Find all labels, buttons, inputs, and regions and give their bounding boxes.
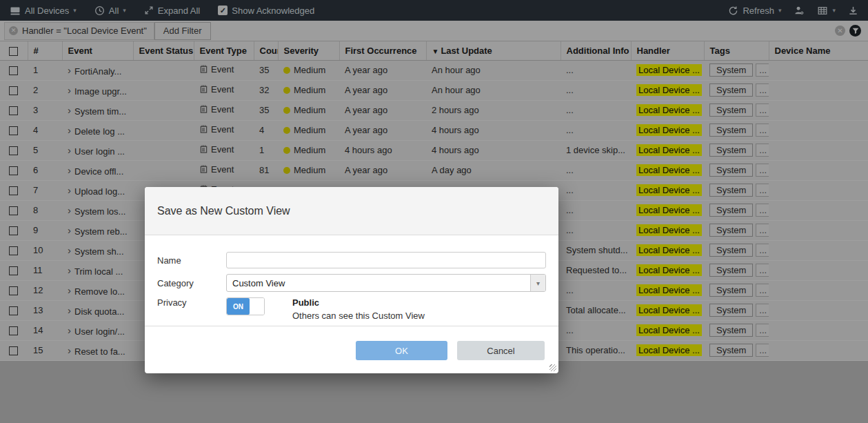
caret-down-icon[interactable]: ▾ xyxy=(530,275,545,291)
privacy-label: Privacy xyxy=(157,297,226,308)
dialog-title: Save as New Custom View xyxy=(157,205,290,217)
privacy-mode-description: Others can see this Custom View xyxy=(292,311,425,321)
resize-handle-icon[interactable] xyxy=(549,364,556,371)
toggle-track xyxy=(250,298,264,315)
privacy-mode-title: Public xyxy=(292,297,425,308)
cancel-button[interactable]: Cancel xyxy=(457,341,545,360)
event-monitor-page: All Devices ▾ All ▾ Expand All ✓ Show Ac… xyxy=(0,0,868,423)
category-selected-value: Custom View xyxy=(227,278,530,288)
name-label: Name xyxy=(157,255,226,266)
category-label: Category xyxy=(157,278,226,288)
save-custom-view-dialog: Save as New Custom View Name Category Cu… xyxy=(145,187,558,373)
dialog-footer: OK Cancel xyxy=(145,326,558,373)
dialog-header: Save as New Custom View xyxy=(145,187,558,235)
privacy-toggle[interactable]: ON xyxy=(226,297,265,315)
toggle-on-label: ON xyxy=(227,298,250,315)
category-select[interactable]: Custom View ▾ xyxy=(226,274,546,292)
name-input[interactable] xyxy=(226,252,546,268)
ok-button[interactable]: OK xyxy=(356,341,447,360)
dialog-body: Name Category Custom View ▾ Privacy ON P… xyxy=(145,235,558,321)
